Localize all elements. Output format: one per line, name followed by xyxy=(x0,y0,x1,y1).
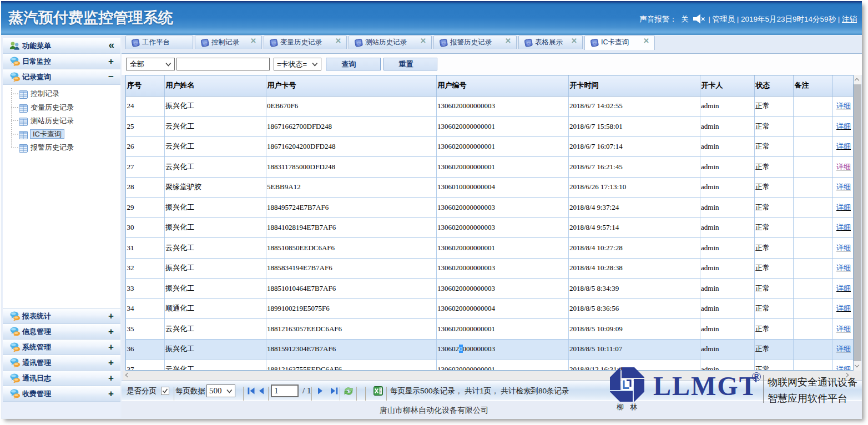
svg-text:@: @ xyxy=(592,41,598,46)
svg-text:@: @ xyxy=(133,41,139,46)
svg-text:@: @ xyxy=(356,41,362,46)
svg-text:@: @ xyxy=(271,41,277,46)
svg-text:@: @ xyxy=(203,41,208,46)
svg-text:@: @ xyxy=(526,41,532,46)
svg-text:@: @ xyxy=(441,41,447,46)
